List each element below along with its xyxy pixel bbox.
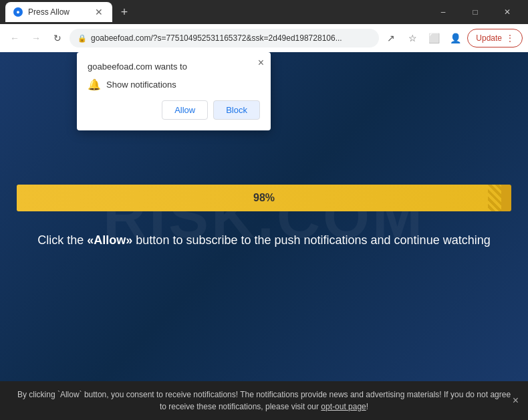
title-bar: ● Press Allow ✕ + – □ ✕ — [0, 0, 528, 24]
opt-out-link[interactable]: opt-out page — [321, 402, 366, 411]
maximize-button[interactable]: □ — [460, 0, 491, 24]
address-text: goabeefoad.com/?s=775104952531165372&ssk… — [91, 33, 371, 43]
popup-buttons: Allow Block — [88, 100, 260, 120]
address-bar: ← → ↻ 🔒 goabeefoad.com/?s=77510495253116… — [0, 24, 528, 52]
bottom-banner: By clicking `Allow` button, you consent … — [0, 381, 528, 420]
share-button[interactable]: ↗ — [382, 29, 400, 47]
allow-button[interactable]: Allow — [162, 100, 208, 120]
banner-close-button[interactable]: × — [513, 395, 519, 407]
browser-chrome: ● Press Allow ✕ + – □ ✕ ← → — [0, 0, 528, 52]
back-button[interactable]: ← — [5, 29, 24, 47]
popup-title: goabeefoad.com wants to — [88, 62, 260, 72]
profile-button[interactable]: 👤 — [446, 29, 465, 47]
lock-icon: 🔒 — [78, 34, 87, 43]
tab-title: Press Allow — [28, 7, 70, 17]
progress-container: 98% — [17, 185, 511, 211]
progress-bar-background: 98% — [17, 185, 511, 211]
popup-close-button[interactable]: × — [258, 58, 264, 68]
update-button[interactable]: Update ⋮ — [467, 29, 523, 47]
permission-text: Show notifications — [106, 80, 176, 90]
minimize-button[interactable]: – — [428, 0, 458, 24]
notification-popup: × goabeefoad.com wants to 🔔 Show notific… — [77, 52, 271, 130]
tab-favicon: ● — [13, 7, 23, 17]
refresh-button[interactable]: ↻ — [48, 29, 67, 47]
active-tab[interactable]: ● Press Allow ✕ — [5, 2, 112, 22]
new-tab-button[interactable]: + — [115, 3, 134, 21]
update-dots-icon: ⋮ — [506, 33, 514, 43]
window-controls: – □ ✕ — [428, 0, 523, 24]
bell-icon: 🔔 — [88, 78, 101, 91]
banner-text: By clicking `Allow` button, you consent … — [13, 389, 515, 413]
permission-row: 🔔 Show notifications — [88, 78, 260, 91]
forward-button[interactable]: → — [27, 29, 45, 47]
tab-area: ● Press Allow ✕ + — [5, 2, 428, 22]
progress-label: 98% — [253, 192, 275, 204]
bookmark-button[interactable]: ☆ — [403, 29, 422, 47]
main-content: risk.com × goabeefoad.com wants to 🔔 Sho… — [0, 52, 528, 381]
block-button[interactable]: Block — [213, 100, 260, 120]
address-input[interactable]: 🔒 goabeefoad.com/?s=775104952531165372&s… — [70, 29, 379, 47]
progress-bar-stripes — [488, 185, 501, 211]
tab-search-button[interactable]: ⬜ — [424, 29, 443, 47]
main-message: Click the «Allow» button to subscribe to… — [37, 231, 490, 249]
address-actions: ↗ ☆ ⬜ 👤 Update ⋮ — [382, 29, 523, 47]
tab-close-button[interactable]: ✕ — [94, 7, 104, 17]
close-window-button[interactable]: ✕ — [492, 0, 523, 24]
